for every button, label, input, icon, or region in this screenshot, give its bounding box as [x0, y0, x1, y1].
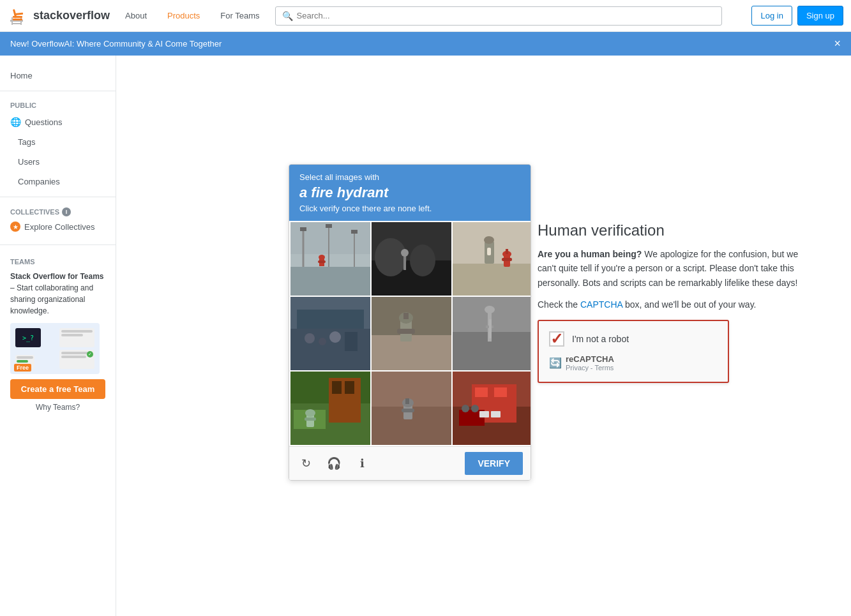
- search-box: 🔍: [275, 6, 722, 26]
- recaptcha-logo-icon: 🔄: [549, 357, 562, 369]
- captcha-image-grid: [289, 221, 531, 446]
- recaptcha-privacy-terms: Privacy - Terms: [566, 364, 614, 372]
- svg-rect-6: [13, 16, 22, 18]
- sidebar-item-users[interactable]: Users: [0, 152, 116, 172]
- stack-overflow-logo-icon: [8, 6, 28, 26]
- recaptcha-checkbox[interactable]: ✓: [549, 331, 564, 347]
- content-area: Select all images with a fire hydrant Cl…: [116, 56, 851, 616]
- svg-rect-41: [345, 332, 358, 351]
- captcha-cell-4[interactable]: [290, 297, 370, 370]
- info-icon[interactable]: i: [62, 207, 71, 216]
- teams-promo: Stack Overflow for Teams – Start collabo…: [10, 271, 105, 317]
- create-free-team-button[interactable]: Create a free Team: [10, 379, 105, 399]
- human-verify-para1: Are you a human being? We apologize for …: [538, 247, 806, 290]
- captcha-header: Select all images with a fire hydrant Cl…: [289, 165, 531, 221]
- captcha-audio-icon[interactable]: 🎧: [325, 454, 343, 472]
- captcha-link[interactable]: CAPTCHA: [580, 299, 622, 310]
- captcha-cell-3[interactable]: [453, 222, 531, 296]
- recaptcha-privacy-link[interactable]: Privacy: [566, 364, 589, 372]
- recaptcha-branding: 🔄 reCAPTCHA Privacy - Terms: [549, 354, 718, 372]
- svg-point-23: [410, 244, 435, 276]
- collectives-section: COLLECTIVES i ★ Explore Collectives: [0, 202, 116, 239]
- checkmark-icon: ✓: [550, 331, 563, 347]
- logo-text: stackoverflow: [33, 9, 110, 22]
- captcha-cell-7[interactable]: [290, 372, 370, 445]
- captcha-cell-9[interactable]: [453, 372, 531, 445]
- human-verify-title: Human verification: [538, 222, 806, 239]
- captcha-cell-6[interactable]: [453, 297, 531, 370]
- svg-rect-62: [305, 417, 316, 421]
- main-layout: Home PUBLIC 🌐 Questions Tags Users Compa…: [0, 56, 851, 616]
- sidebar-label-public: PUBLIC: [0, 96, 116, 112]
- svg-rect-16: [351, 230, 358, 234]
- svg-rect-3: [20, 17, 22, 25]
- svg-rect-46: [397, 329, 415, 334]
- sidebar-item-tags[interactable]: Tags: [0, 132, 116, 152]
- captcha-main-text: a fire hydrant: [299, 184, 520, 201]
- captcha-select-text: Select all images with: [299, 172, 520, 182]
- nav-about[interactable]: About: [120, 8, 152, 23]
- captcha-widget: Select all images with a fire hydrant Cl…: [289, 164, 531, 481]
- search-icon: 🔍: [282, 11, 293, 21]
- captcha-action-icons: ↻ 🎧 ℹ: [297, 454, 371, 472]
- svg-point-75: [462, 405, 469, 412]
- logo[interactable]: stackoverflow: [8, 6, 110, 26]
- svg-rect-15: [326, 224, 332, 228]
- signup-button[interactable]: Sign up: [797, 6, 843, 26]
- svg-point-40: [329, 331, 341, 343]
- sidebar-divider-3: [0, 244, 116, 245]
- verify-button[interactable]: VERIFY: [465, 452, 523, 475]
- human-verification-panel: Human verification Are you a human being…: [538, 222, 806, 383]
- svg-rect-67: [402, 409, 414, 412]
- svg-point-22: [375, 238, 407, 276]
- svg-rect-58: [345, 381, 354, 394]
- human-verify-para2: Check the CAPTCHA box, and we'll be out …: [538, 297, 806, 312]
- close-announcement-button[interactable]: ×: [834, 37, 841, 50]
- captcha-cell-8[interactable]: [372, 372, 451, 445]
- captcha-cell-1[interactable]: [290, 222, 370, 296]
- svg-point-29: [484, 236, 494, 244]
- svg-rect-49: [453, 332, 531, 370]
- announcement-text: New! OverflowAI: Where Community & AI Co…: [10, 39, 222, 49]
- sidebar-item-companies[interactable]: Companies: [0, 172, 116, 192]
- sidebar-item-questions[interactable]: 🌐 Questions: [0, 112, 116, 132]
- recaptcha-check-row: ✓ I'm not a robot: [549, 331, 718, 347]
- teams-illustration: >_? Free ✓: [10, 323, 100, 374]
- svg-point-53: [485, 306, 495, 313]
- sidebar-item-home[interactable]: Home: [0, 66, 116, 86]
- captcha-cell-2[interactable]: [372, 222, 451, 296]
- sidebar-item-explore-collectives[interactable]: ★ Explore Collectives: [10, 219, 105, 234]
- search-input[interactable]: [297, 11, 715, 20]
- svg-point-61: [305, 409, 315, 417]
- why-teams-link[interactable]: Why Teams?: [10, 403, 105, 412]
- sidebar-divider-2: [0, 197, 116, 197]
- svg-rect-7: [13, 19, 22, 20]
- svg-rect-77: [479, 411, 489, 417]
- svg-rect-33: [502, 258, 512, 261]
- nav-for-teams[interactable]: For Teams: [215, 8, 264, 23]
- nav-products[interactable]: Products: [162, 8, 205, 23]
- svg-rect-34: [506, 249, 508, 254]
- svg-rect-27: [453, 264, 531, 296]
- svg-rect-47: [403, 313, 409, 319]
- svg-rect-37: [297, 310, 364, 329]
- collectives-star-icon: ★: [10, 222, 20, 232]
- teams-label: TEAMS: [10, 258, 105, 266]
- svg-point-38: [305, 333, 315, 343]
- svg-rect-52: [489, 319, 492, 338]
- recaptcha-terms-link[interactable]: Terms: [594, 364, 614, 372]
- captcha-refresh-icon[interactable]: ↻: [297, 454, 315, 472]
- svg-rect-19: [318, 260, 326, 263]
- sidebar: Home PUBLIC 🌐 Questions Tags Users Compa…: [0, 56, 116, 616]
- svg-rect-68: [405, 398, 409, 404]
- captcha-info-icon[interactable]: ℹ: [353, 454, 371, 472]
- collectives-label: COLLECTIVES i: [10, 207, 105, 216]
- not-robot-label: I'm not a robot: [572, 334, 629, 344]
- announcement-bar: New! OverflowAI: Where Community & AI Co…: [0, 32, 851, 56]
- svg-point-18: [319, 255, 325, 260]
- captcha-cell-5[interactable]: [372, 297, 451, 370]
- svg-point-76: [471, 405, 479, 412]
- login-button[interactable]: Log in: [751, 6, 792, 26]
- captcha-footer: ↻ 🎧 ℹ VERIFY: [289, 446, 531, 480]
- svg-rect-1: [11, 23, 22, 24]
